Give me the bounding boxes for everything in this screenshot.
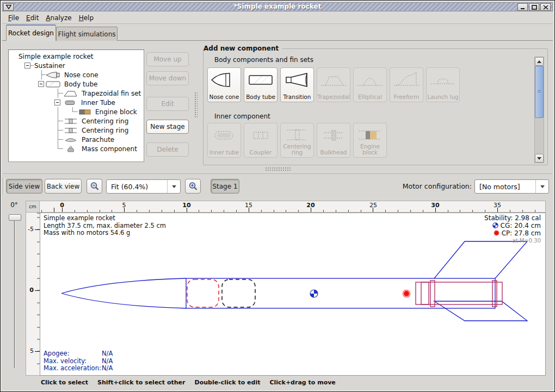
elliptical-fin-icon: [356, 70, 384, 90]
add-nose-cone-button[interactable]: Nose cone: [207, 67, 241, 102]
menu-file[interactable]: File: [6, 13, 21, 23]
add-elliptical-fin-button[interactable]: Elliptical: [353, 67, 387, 102]
nose-cone-outline: [61, 278, 186, 294]
centering-ring-outline: [492, 281, 497, 307]
move-down-button[interactable]: Move down: [146, 71, 189, 85]
tab-flight-simulations[interactable]: Flight simulations: [56, 27, 118, 41]
inner-tube-tree-icon: [63, 99, 78, 107]
chevron-down-icon: [540, 185, 545, 188]
magnifier-minus-icon: [90, 182, 100, 191]
add-transition-button[interactable]: Transition: [280, 67, 314, 102]
window-menu-icon[interactable]: [3, 3, 14, 11]
menu-help[interactable]: Help: [77, 13, 96, 23]
title-bar: *Simple example rocket: [2, 2, 553, 11]
maximize-button[interactable]: [529, 3, 539, 11]
close-icon: [543, 5, 548, 10]
close-button[interactable]: [540, 3, 551, 11]
add-component-title: Add new component: [203, 45, 282, 52]
add-coupler-button[interactable]: Coupler: [244, 123, 278, 158]
tree-item-parachute[interactable]: Parachute: [11, 135, 144, 144]
side-view-button[interactable]: Side view: [6, 179, 42, 194]
rocket-mass: Mass with no motors 54.6 g: [44, 229, 166, 237]
zoom-in-button[interactable]: [185, 179, 201, 194]
nose-cone-tree-icon: [46, 71, 61, 79]
collapse-icon[interactable]: [54, 99, 60, 105]
tree-item-sustainer[interactable]: Sustainer: [11, 61, 144, 70]
back-view-button[interactable]: Back view: [45, 179, 82, 194]
edit-button[interactable]: Edit: [146, 97, 189, 111]
collapse-icon[interactable]: [24, 63, 30, 69]
menu-edit[interactable]: Edit: [24, 13, 41, 23]
rocket-drawing: [40, 213, 545, 375]
tree-item-mass-component[interactable]: Mass component: [11, 144, 144, 153]
magnifier-plus-icon: [188, 182, 198, 191]
trapezoidal-fin-icon: [319, 70, 348, 90]
scroll-up-button[interactable]: [535, 57, 544, 66]
engine-block-tree-icon: [78, 108, 93, 116]
tree-item-rocket[interactable]: Simple example rocket: [11, 52, 144, 61]
cp-marker: [403, 290, 410, 297]
scrollbar-thumb[interactable]: [535, 66, 544, 118]
body-tube-outline: [186, 278, 495, 308]
h-ruler-major-ticks: [40, 208, 545, 212]
add-trapezoidal-fin-button[interactable]: Trapezoidal: [317, 67, 350, 102]
launch-lug-icon: [429, 70, 457, 90]
stage-1-toggle[interactable]: Stage 1: [211, 179, 239, 194]
tree-item-inner-tube[interactable]: Inner Tube: [11, 98, 144, 107]
flight-estimates: Apogee:N/A Max. velocity:N/A Max. accele…: [44, 350, 113, 372]
add-engine-block-button[interactable]: Engine block: [353, 123, 387, 158]
arrow-up-icon: [537, 60, 541, 63]
zoom-select[interactable]: Fit (60.4%): [106, 179, 181, 194]
rotation-slider-track[interactable]: [14, 221, 15, 368]
move-up-button[interactable]: Move up: [146, 52, 189, 66]
transition-icon: [283, 70, 311, 90]
tree-item-engine-block[interactable]: Engine block: [11, 107, 144, 116]
new-stage-button[interactable]: New stage: [146, 120, 189, 134]
rotation-slider-handle[interactable]: [9, 214, 21, 221]
delete-button[interactable]: Delete: [146, 142, 189, 157]
engine-block-outline: [421, 282, 429, 304]
top-fin-outline: [434, 241, 527, 278]
bulkhead-icon: [319, 126, 348, 145]
mach-condition: at M=0.30: [484, 237, 541, 245]
toolbar-separator: [3, 178, 4, 195]
combo-arrow[interactable]: [167, 180, 180, 193]
v-ruler-major-ticks: [35, 213, 40, 375]
zoom-out-button[interactable]: [87, 179, 102, 194]
trapezoidal-fin-tree-icon: [63, 90, 78, 97]
add-inner-tube-button[interactable]: Inner tube: [207, 123, 241, 158]
inner-component-label: Inner component: [214, 113, 270, 120]
tree-item-centering-ring-1[interactable]: Centering ring: [11, 116, 144, 126]
add-centering-ring-button[interactable]: Centering ring: [280, 123, 314, 158]
cp-legend-icon: [494, 230, 499, 236]
tree-item-nose-cone[interactable]: Nose cone: [11, 70, 144, 79]
add-launch-lug-button[interactable]: Launch lug: [426, 67, 460, 102]
horizontal-splitter-handle[interactable]: [265, 167, 291, 171]
tree-item-trapezoidal-fin-set[interactable]: Trapezoidal fin set: [11, 89, 144, 98]
tree-item-centering-ring-2[interactable]: Centering ring: [11, 126, 144, 135]
scroll-down-button[interactable]: [535, 154, 544, 163]
mass-component-outline: [222, 279, 255, 307]
add-bulkhead-button[interactable]: Bulkhead: [317, 123, 350, 158]
combo-arrow[interactable]: [535, 180, 548, 193]
minimize-button[interactable]: [517, 3, 528, 11]
inner-tube-icon: [210, 126, 238, 145]
add-freeform-fin-button[interactable]: Freeform: [390, 67, 423, 102]
component-panel-scrollbar[interactable]: [534, 57, 544, 163]
rotation-angle-value: 0°: [6, 201, 22, 209]
tree-item-body-tube[interactable]: Body tube: [11, 79, 144, 89]
vertical-ruler: -5 0 5: [26, 213, 40, 376]
engine-block-icon: [356, 126, 384, 145]
add-body-tube-button[interactable]: Body tube: [244, 67, 278, 102]
motor-configuration-select[interactable]: [No motors]: [474, 179, 549, 194]
menu-analyze[interactable]: Analyze: [44, 13, 73, 23]
parachute-tree-icon: [63, 136, 78, 144]
add-component-group: Add new component Body components and fi…: [203, 48, 548, 165]
tab-rocket-design[interactable]: Rocket design: [6, 24, 56, 41]
vertical-splitter-handle[interactable]: [194, 92, 198, 118]
collapse-icon[interactable]: [38, 81, 44, 87]
rocket-canvas[interactable]: Simple example rocket Length 37.5 cm, ma…: [40, 213, 546, 376]
chevron-down-icon: [172, 185, 176, 188]
nose-cone-outline: [61, 294, 186, 309]
horizontal-ruler: 0 5 10 15 20 25 30 35: [40, 201, 546, 213]
